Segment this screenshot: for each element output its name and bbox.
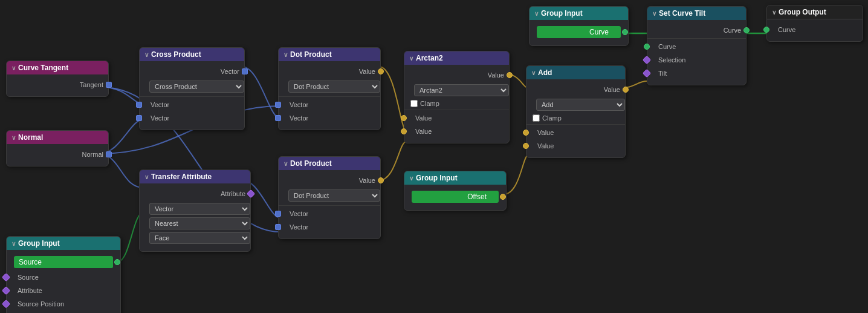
curve-tangent-node: ∨ Curve Tangent Tangent (6, 61, 109, 97)
tilt-curve-socket (743, 27, 750, 33)
face-select[interactable]: Face (149, 232, 250, 244)
tilt-selection-row: Selection (647, 53, 746, 67)
node-title: Arctan2 (416, 54, 443, 62)
cross-vector-output (242, 68, 248, 74)
arctan2-value1-row: Value (404, 111, 509, 125)
output-row-normal: Normal (7, 148, 108, 161)
add-value2-row: Value (526, 139, 625, 153)
attribute-output-socket (247, 189, 255, 198)
attribute-input-socket (2, 286, 10, 295)
curve-tangent-body: Tangent (7, 74, 108, 96)
tangent-socket (106, 82, 112, 88)
dot2-vector2-row: Vector (279, 220, 380, 234)
arctan2-value2-socket (401, 128, 407, 134)
dot1-vector2-row: Vector (279, 111, 380, 125)
arctan2-value-output: Value (404, 68, 509, 82)
add-value2-socket (523, 143, 529, 149)
add-value-socket (623, 87, 629, 93)
normal-header: ∨ Normal (7, 131, 108, 144)
arctan2-value-socket (507, 72, 513, 78)
source-position-input-row: Source Position (7, 297, 120, 311)
arctan2-header: ∨ Arctan2 (404, 51, 509, 65)
vector-output-row: Vector (140, 65, 244, 78)
tilt-curve-input-socket (644, 44, 650, 50)
tilt-tilt-row: Tilt (647, 67, 746, 80)
node-title: Group Input (416, 174, 458, 182)
normal-node: ∨ Normal Normal (6, 130, 109, 166)
offset-bar: Offset (412, 191, 499, 203)
source-bar: Source (14, 256, 113, 268)
node-editor-canvas: ∨ Curve Tangent Tangent ∨ Normal Normal … (0, 0, 868, 313)
cross-vector2-socket (136, 115, 142, 121)
dot1-value-socket (378, 68, 384, 74)
dot-product-1-node: ∨ Dot Product Value Dot Product Vector V… (278, 47, 381, 130)
dot1-vector1-row: Vector (279, 98, 380, 111)
add-header: ∨ Add (526, 66, 625, 79)
source-position-socket (2, 300, 10, 308)
group-output-node: ∨ Group Output Curve (766, 5, 863, 42)
node-title: Group Input (18, 239, 60, 248)
add-clamp-checkbox[interactable] (533, 114, 540, 122)
nearest-select[interactable]: Nearest (149, 217, 250, 229)
arctan2-clamp-checkbox[interactable] (410, 100, 418, 107)
arctan2-value1-socket (401, 115, 407, 121)
arctan2-clamp-row: Clamp (404, 99, 509, 108)
add-clamp-row: Clamp (526, 113, 625, 123)
cross-vector1-row: Vector (140, 98, 244, 111)
node-title: Dot Product (290, 50, 332, 59)
node-title: Group Input (541, 9, 583, 18)
normal-socket (106, 151, 112, 157)
dot2-value-output: Value (279, 174, 380, 187)
source-input-socket (2, 273, 10, 282)
group-input-offset-header: ∨ Group Input (404, 171, 506, 185)
tangent-label: Tangent (80, 81, 103, 88)
add-select[interactable]: Add (536, 99, 625, 111)
chevron-icon: ∨ (11, 65, 16, 71)
node-title: Set Curve Tilt (659, 9, 705, 18)
node-title: Add (538, 68, 552, 77)
output-curve-socket (763, 27, 769, 33)
add-clamp-label: Clamp (542, 114, 562, 122)
group-input-curve-node: ∨ Group Input Curve (529, 6, 629, 46)
transfer-attribute-header: ∨ Transfer Attribute (140, 170, 250, 183)
add-value1-row: Value (526, 126, 625, 139)
curve-bar: Curve (537, 26, 621, 38)
add-node: ∨ Add Value Add Clamp Value (526, 65, 626, 158)
cross-vector2-row: Vector (140, 111, 244, 125)
clamp-label: Clamp (420, 100, 439, 107)
output-row-tangent: Tangent (7, 78, 108, 91)
group-input-offset-node: ∨ Group Input Offset (404, 171, 507, 211)
arctan2-value2-row: Value (404, 125, 509, 138)
node-title: Normal (18, 133, 43, 142)
arctan2-node: ∨ Arctan2 Value Arctan2 Clamp Value (404, 51, 510, 143)
tilt-tilt-socket (643, 69, 651, 77)
source-output-socket (114, 259, 120, 265)
arctan2-select[interactable]: Arctan2 (414, 84, 509, 96)
dot-product-2-select[interactable]: Dot Product (288, 189, 380, 202)
attribute-output-row: Attribute (140, 187, 250, 200)
dot-product-2-header: ∨ Dot Product (279, 157, 380, 170)
normal-label: Normal (82, 151, 103, 158)
group-input-curve-header: ∨ Group Input (530, 7, 628, 20)
vector-select[interactable]: Vector (149, 203, 250, 215)
add-value-output: Value (526, 83, 625, 96)
dot2-vector1-row: Vector (279, 207, 380, 220)
node-title: Transfer Attribute (151, 173, 212, 181)
dot-product-1-header: ∨ Dot Product (279, 48, 380, 61)
cross-product-header: ∨ Cross Product (140, 48, 244, 61)
set-curve-tilt-node: ∨ Set Curve Tilt Curve Curve Selection T… (647, 6, 747, 85)
cross-product-select[interactable]: Cross Product (149, 81, 244, 93)
dot2-value-socket (378, 177, 384, 183)
tilt-selection-socket (643, 56, 651, 64)
dot1-vector1-socket (275, 102, 281, 108)
node-title: Cross Product (151, 50, 201, 59)
dot-product-2-node: ∨ Dot Product Value Dot Product Vector V… (278, 156, 381, 239)
node-title: Curve Tangent (18, 64, 68, 72)
dot1-value-output: Value (279, 65, 380, 78)
cross-product-node: ∨ Cross Product Vector Cross Product Vec… (139, 47, 245, 130)
curve-output-socket (622, 29, 628, 35)
dot-product-1-select[interactable]: Dot Product (288, 81, 380, 93)
output-curve-input-row: Curve (767, 23, 863, 36)
tilt-curve-input-row: Curve (647, 40, 746, 53)
transfer-attribute-node: ∨ Transfer Attribute Attribute Vector Ne… (139, 170, 251, 252)
